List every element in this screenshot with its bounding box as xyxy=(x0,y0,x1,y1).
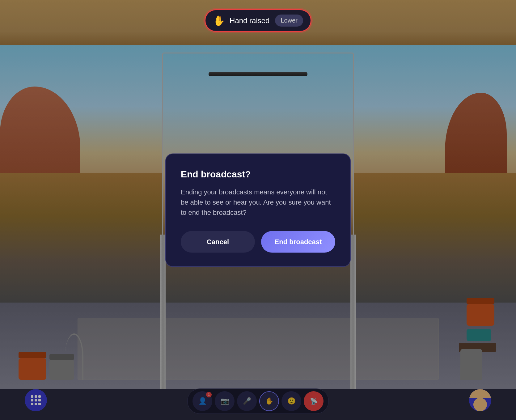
hand-raised-label: Hand raised xyxy=(230,16,269,25)
hand-raised-notification: ✋ Hand raised Lower xyxy=(205,9,311,32)
modal-buttons: Cancel End broadcast xyxy=(181,231,335,252)
end-broadcast-button[interactable]: End broadcast xyxy=(261,231,335,252)
end-broadcast-modal: End broadcast? Ending your broadcasts me… xyxy=(165,153,351,267)
hand-raised-icon: ✋ xyxy=(213,15,225,27)
modal-body: Ending your broadcasts means everyone wi… xyxy=(181,187,335,217)
cancel-button[interactable]: Cancel xyxy=(181,231,255,252)
modal-title: End broadcast? xyxy=(181,169,335,179)
lower-button[interactable]: Lower xyxy=(275,15,303,27)
